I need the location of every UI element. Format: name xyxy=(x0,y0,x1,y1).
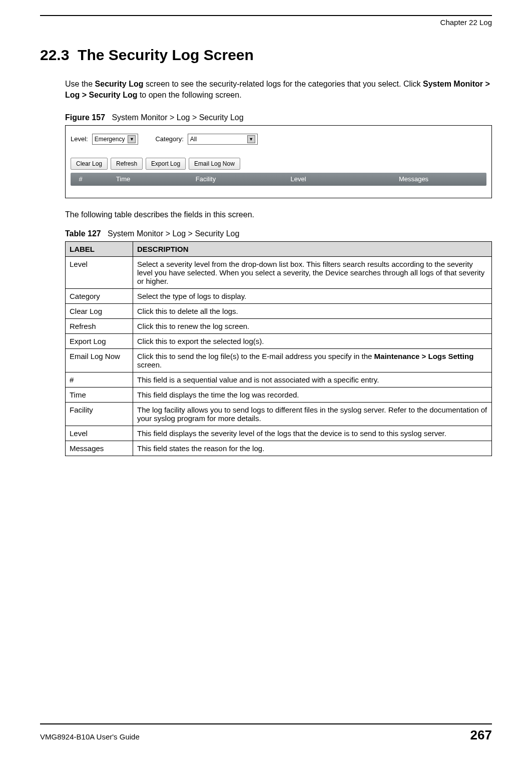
page-footer: VMG8924-B10A User's Guide 267 xyxy=(40,723,492,743)
table-row: Time This field displays the time the lo… xyxy=(66,387,492,402)
chapter-header: Chapter 22 Log xyxy=(40,18,492,27)
col-num: # xyxy=(71,175,91,183)
level-label: Level: xyxy=(71,135,88,143)
row-desc: This field states the reason for the log… xyxy=(133,441,492,456)
table-caption-text: System Monitor > Log > Security Log xyxy=(108,229,239,238)
row-label: Facility xyxy=(66,402,133,426)
table-row: Level Select a severity level from the d… xyxy=(66,256,492,288)
col-level: Level xyxy=(256,175,341,183)
level-select[interactable]: Emergency ▼ xyxy=(92,134,139,145)
row-label: Export Log xyxy=(66,333,133,348)
chevron-down-icon: ▼ xyxy=(128,135,136,143)
intro-text-3: to open the following screen. xyxy=(137,91,241,99)
button-row: Clear Log Refresh Export Log Email Log N… xyxy=(71,158,486,170)
row-desc-post: screen. xyxy=(137,360,162,369)
category-select[interactable]: All ▼ xyxy=(188,134,258,145)
row-label: Category xyxy=(66,288,133,303)
table-label: Table 127 xyxy=(65,229,101,238)
footer-guide: VMG8924-B10A User's Guide xyxy=(40,732,140,741)
row-label: Level xyxy=(66,426,133,441)
table-row: Export Log Click this to export the sele… xyxy=(66,333,492,348)
figure-screenshot: Level: Emergency ▼ Category: All ▼ Clear… xyxy=(65,125,492,198)
table-row: Level This field displays the severity l… xyxy=(66,426,492,441)
section-title: 22.3 The Security Log Screen xyxy=(40,47,492,64)
th-description: DESCRIPTION xyxy=(133,241,492,256)
section-heading: The Security Log Screen xyxy=(78,47,254,63)
table-header-row: LABEL DESCRIPTION xyxy=(66,241,492,256)
row-label: Time xyxy=(66,387,133,402)
filter-row: Level: Emergency ▼ Category: All ▼ xyxy=(71,134,486,145)
col-time: Time xyxy=(91,175,156,183)
col-messages: Messages xyxy=(341,175,486,183)
row-desc: This field displays the severity level o… xyxy=(133,426,492,441)
intro-text-1: Use the xyxy=(65,80,95,88)
intro-paragraph: Use the Security Log screen to see the s… xyxy=(65,79,492,101)
chevron-down-icon: ▼ xyxy=(247,135,255,143)
table-row: # This field is a sequential value and i… xyxy=(66,372,492,387)
row-label: Level xyxy=(66,256,133,288)
table-row: Facility The log facility allows you to … xyxy=(66,402,492,426)
email-log-now-button[interactable]: Email Log Now xyxy=(189,158,240,170)
intro-text-2: screen to see the security-related logs … xyxy=(144,80,423,88)
log-column-header: # Time Facility Level Messages xyxy=(71,173,486,186)
footer-page-number: 267 xyxy=(470,727,492,743)
refresh-button[interactable]: Refresh xyxy=(111,158,143,170)
figure-caption: Figure 157 System Monitor > Log > Securi… xyxy=(65,113,492,122)
row-desc-pre: Click this to send the log file(s) to th… xyxy=(137,352,374,360)
figure-caption-text: System Monitor > Log > Security Log xyxy=(112,113,243,122)
row-desc: This field is a sequential value and is … xyxy=(133,372,492,387)
row-label: Messages xyxy=(66,441,133,456)
description-table: LABEL DESCRIPTION Level Select a severit… xyxy=(65,241,492,456)
category-value: All xyxy=(190,136,197,143)
top-rule xyxy=(40,15,492,16)
row-desc: Select the type of logs to display. xyxy=(133,288,492,303)
level-value: Emergency xyxy=(95,136,125,143)
row-label: Refresh xyxy=(66,318,133,333)
row-desc-bold: Maintenance > Logs Setting xyxy=(374,352,474,360)
category-label: Category: xyxy=(155,135,183,143)
figure-label: Figure 157 xyxy=(65,113,105,122)
footer-rule xyxy=(40,723,492,724)
table-row: Clear Log Click this to delete all the l… xyxy=(66,303,492,318)
table-intro: The following table describes the fields… xyxy=(65,210,492,219)
row-desc: Select a severity level from the drop-do… xyxy=(133,256,492,288)
row-desc: This field displays the time the log was… xyxy=(133,387,492,402)
intro-bold-1: Security Log xyxy=(95,80,144,88)
table-row: Refresh Click this to renew the log scre… xyxy=(66,318,492,333)
section-number: 22.3 xyxy=(40,47,69,63)
row-desc: The log facility allows you to send logs… xyxy=(133,402,492,426)
row-desc: Click this to send the log file(s) to th… xyxy=(133,348,492,372)
row-desc: Click this to export the selected log(s)… xyxy=(133,333,492,348)
row-desc: Click this to delete all the logs. xyxy=(133,303,492,318)
row-label: Clear Log xyxy=(66,303,133,318)
table-caption: Table 127 System Monitor > Log > Securit… xyxy=(65,229,492,238)
th-label: LABEL xyxy=(66,241,133,256)
export-log-button[interactable]: Export Log xyxy=(146,158,186,170)
table-row: Category Select the type of logs to disp… xyxy=(66,288,492,303)
table-row: Messages This field states the reason fo… xyxy=(66,441,492,456)
col-facility: Facility xyxy=(156,175,256,183)
row-label: Email Log Now xyxy=(66,348,133,372)
row-desc: Click this to renew the log screen. xyxy=(133,318,492,333)
table-row: Email Log Now Click this to send the log… xyxy=(66,348,492,372)
clear-log-button[interactable]: Clear Log xyxy=(71,158,108,170)
row-label: # xyxy=(66,372,133,387)
